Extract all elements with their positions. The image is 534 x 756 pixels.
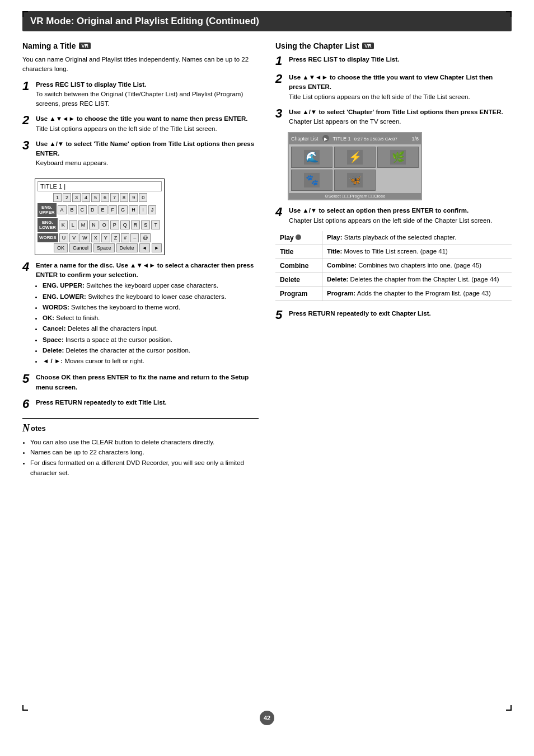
chapter-screen-mockup: Chapter List ▶ TITLE 1 0:27 5s 2583/5 CA… bbox=[288, 132, 422, 200]
r-step-num-5: 5 bbox=[275, 309, 287, 321]
step-6-content: Press RETURN repeatedly to exit Title Li… bbox=[36, 398, 167, 407]
notes-icon: N bbox=[22, 422, 30, 434]
step-1-content: Press REC LIST to display Title List. To… bbox=[36, 80, 259, 109]
chapter-screen-info: 0:27 5s 2583/5 CA:87 bbox=[354, 137, 397, 142]
r-step-4-bold: Use ▲/▼ to select an option then press E… bbox=[289, 207, 469, 214]
r-step-4-body: Chapter List options appears on the left… bbox=[289, 217, 492, 224]
chapter-thumb-4: 🐾 bbox=[291, 170, 332, 191]
naming-intro: You can name Original and Playlist title… bbox=[22, 55, 259, 74]
kb-key-v: V bbox=[69, 233, 78, 242]
kb-key-p: P bbox=[110, 220, 119, 229]
bullet-cancel: Cancel: Deletes all the characters input… bbox=[43, 324, 259, 334]
chapter-options-table: Play Play: Starts playback of the select… bbox=[275, 231, 512, 301]
kb-key-h: H bbox=[129, 205, 138, 214]
kb-key-6: 6 bbox=[101, 193, 109, 202]
page-wrapper: VR Mode: Original and Playlist Editing (… bbox=[22, 11, 512, 739]
chapter-thumb-1: 🌊 bbox=[291, 147, 332, 168]
kb-btn-delete[interactable]: Delete bbox=[116, 243, 138, 252]
kb-key-0: 0 bbox=[139, 193, 147, 202]
svg-text:▶: ▶ bbox=[324, 137, 328, 142]
step-2-content: Use ▲▼◄► to choose the title you want to… bbox=[36, 114, 247, 134]
option-title-label: Title bbox=[275, 245, 322, 259]
kb-btn-right[interactable]: ► bbox=[152, 243, 162, 252]
option-combine-desc: Combine: Combines two chapters into one.… bbox=[322, 259, 512, 273]
kb-key-w: W bbox=[79, 233, 90, 242]
option-row-delete: Delete Delete: Deletes the chapter from … bbox=[275, 273, 512, 287]
kb-key-7: 7 bbox=[110, 193, 119, 202]
corner-mark-tr bbox=[506, 11, 512, 17]
note-1: You can also use the CLEAR button to del… bbox=[30, 437, 259, 447]
r-step-num-3: 3 bbox=[275, 107, 287, 120]
naming-step-2: 2 Use ▲▼◄► to choose the title you want … bbox=[22, 114, 259, 134]
r-step-3-bold: Use ▲/▼ to select 'Chapter' from Title L… bbox=[289, 109, 503, 115]
chapter-screen-title: TITLE 1 bbox=[333, 136, 351, 142]
naming-step-5: 5 Choose OK then press ENTER to fix the … bbox=[22, 373, 259, 392]
play-desc-bold: Play: bbox=[327, 234, 343, 241]
kb-label-bottom-blank bbox=[38, 246, 52, 250]
kb-key-i: I bbox=[139, 205, 147, 214]
step-1-bold: Press REC LIST to display Title List. bbox=[36, 81, 146, 88]
kb-key-4: 4 bbox=[82, 193, 90, 202]
kb-key-y: Y bbox=[101, 233, 110, 242]
keyboard-diagram: TITLE 1 | 1 2 3 4 5 6 7 8 9 0 ENG.UPPER … bbox=[35, 179, 165, 255]
option-delete-label: Delete bbox=[275, 273, 322, 287]
vr-badge-right: VR bbox=[362, 43, 374, 49]
kb-key-8: 8 bbox=[120, 193, 128, 202]
chapter-screen-header: Chapter List ▶ TITLE 1 0:27 5s 2583/5 CA… bbox=[289, 133, 421, 144]
step-num-5: 5 bbox=[22, 373, 34, 385]
kb-btn-cancel[interactable]: Cancel bbox=[69, 243, 92, 252]
program-desc-bold: Program: bbox=[327, 290, 355, 297]
kb-key-d: D bbox=[88, 205, 97, 214]
r-step-4-content: Use ▲/▼ to select an option then press E… bbox=[289, 206, 492, 226]
bullet-ok: OK: Select to finish. bbox=[43, 313, 259, 323]
chapter-thumb-3: 🌿 bbox=[377, 147, 419, 168]
kb-key-l: L bbox=[69, 220, 77, 229]
kb-key-o: O bbox=[100, 220, 109, 229]
chapter-step-4: 4 Use ▲/▼ to select an option then press… bbox=[275, 206, 512, 226]
title-desc-bold: Title: bbox=[327, 248, 342, 255]
play-text: Play bbox=[280, 234, 296, 242]
chapter-screen-label: Chapter List bbox=[291, 136, 318, 142]
step-num-2: 2 bbox=[22, 114, 34, 126]
step-1-body: To switch between the Original (Title/Ch… bbox=[36, 91, 243, 107]
keyboard-row-lower: ENG.LOWER K L M N O P Q R S T bbox=[38, 218, 162, 232]
option-program-label: Program bbox=[275, 287, 322, 300]
option-row-program: Program Program: Adds the chapter to the… bbox=[275, 287, 512, 300]
step-3-bold: Use ▲/▼ to select 'Title Name' option fr… bbox=[36, 140, 254, 157]
step-6-bold: Press RETURN repeatedly to exit Title Li… bbox=[36, 399, 167, 406]
vr-badge-left: VR bbox=[79, 43, 91, 49]
notes-section: N otes You can also use the CLEAR button… bbox=[22, 418, 259, 478]
chapter-list-label: Using the Chapter List bbox=[275, 41, 359, 50]
delete-desc-bold: Delete: bbox=[327, 276, 348, 283]
kb-btn-space[interactable]: Space bbox=[93, 243, 115, 252]
step-5-bold: Choose OK then press ENTER to fix the na… bbox=[36, 374, 249, 390]
svg-text:⚡: ⚡ bbox=[349, 151, 362, 163]
chapter-list-header: Using the Chapter List VR bbox=[275, 41, 512, 50]
naming-title-label: Naming a Title bbox=[22, 41, 76, 50]
kb-key-j: J bbox=[148, 205, 157, 214]
r-step-1-content: Press REC LIST to display Title List. bbox=[289, 55, 399, 64]
r-step-2-bold: Use ▲▼◄► to choose the title you want to… bbox=[289, 74, 493, 90]
keyboard-bottom-row: OK Cancel Space Delete ◄ ► bbox=[38, 243, 162, 252]
keyboard-title-field: TITLE 1 | bbox=[38, 181, 162, 191]
kb-key-c: C bbox=[78, 205, 87, 214]
bullet-eng-upper: ENG. UPPER: Switches the keyboard upper … bbox=[43, 281, 259, 290]
r-step-num-1: 1 bbox=[275, 55, 287, 67]
r-step-1-bold: Press REC LIST to display Title List. bbox=[289, 56, 399, 63]
kb-btn-ok[interactable]: OK bbox=[54, 243, 68, 252]
svg-text:🌿: 🌿 bbox=[392, 151, 405, 163]
naming-step-6: 6 Press RETURN repeatedly to exit Title … bbox=[22, 398, 259, 410]
kb-btn-left[interactable]: ◄ bbox=[139, 243, 150, 252]
svg-text:🦋: 🦋 bbox=[349, 173, 362, 186]
play-circle-icon bbox=[296, 234, 301, 240]
r-step-3-body: Chapter List appears on the TV screen. bbox=[289, 118, 401, 125]
step-2-bold: Use ▲▼◄► to choose the title you want to… bbox=[36, 115, 247, 122]
naming-step-1: 1 Press REC LIST to display Title List. … bbox=[22, 80, 259, 109]
bullet-delete: Delete: Deletes the character at the cur… bbox=[43, 346, 259, 355]
kb-key-k: K bbox=[59, 220, 68, 229]
bullet-space: Space: Inserts a space at the cursor pos… bbox=[43, 335, 259, 345]
notes-list: You can also use the CLEAR button to del… bbox=[30, 437, 259, 478]
naming-title-header: Naming a Title VR bbox=[22, 41, 259, 50]
kb-label-eng-lower: ENG.LOWER bbox=[38, 218, 58, 232]
keyboard-row-upper: ENG.UPPER A B C D E F G H I J bbox=[38, 203, 162, 217]
